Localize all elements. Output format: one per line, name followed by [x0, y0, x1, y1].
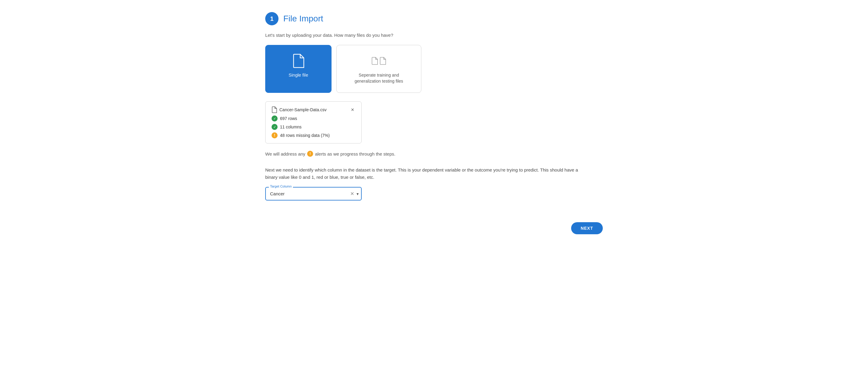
- separate-files-option[interactable]: Seperate training and generalization tes…: [336, 45, 421, 93]
- close-file-button[interactable]: ×: [350, 106, 355, 113]
- description-text: Next we need to identify which column in…: [265, 166, 579, 181]
- rows-check-icon: ✓: [272, 116, 278, 122]
- alert-text-before: We will address any: [265, 151, 305, 156]
- columns-check-icon: ✓: [272, 124, 278, 130]
- columns-label: 11 columns: [280, 124, 302, 129]
- single-file-option[interactable]: Single file: [265, 45, 332, 93]
- missing-label: 48 rows missing data (7%): [280, 133, 330, 138]
- rows-label: 697 rows: [280, 116, 297, 121]
- subtitle: Let's start by uploading your data. How …: [265, 33, 603, 38]
- chevron-down-icon[interactable]: ▾: [356, 191, 359, 196]
- separate-files-label: Seperate training and generalization tes…: [349, 72, 409, 84]
- missing-stat: ! 48 rows missing data (7%): [272, 132, 355, 139]
- target-column-label: Target Column: [269, 184, 293, 188]
- inline-warning-icon: !: [307, 151, 313, 157]
- page-title: File Import: [283, 14, 323, 24]
- clear-select-icon[interactable]: ✕: [350, 191, 354, 196]
- columns-stat: ✓ 11 columns: [272, 124, 355, 130]
- target-column-wrapper: Target Column Cancer ✕ ▾: [265, 187, 362, 201]
- file-info-header: Cancer-Sample-Data.csv ×: [272, 106, 355, 113]
- separate-files-icon: [372, 54, 386, 68]
- missing-warning-icon: !: [272, 132, 278, 139]
- page-container: 1 File Import Let's start by uploading y…: [217, 0, 651, 246]
- rows-stat: ✓ 697 rows: [272, 116, 355, 122]
- file-name: Cancer-Sample-Data.csv: [279, 107, 327, 112]
- next-button-row: NEXT: [265, 222, 603, 234]
- file-name-row: Cancer-Sample-Data.csv: [272, 106, 327, 113]
- step-badge: 1: [265, 12, 278, 25]
- single-file-label: Single file: [288, 72, 308, 78]
- select-icons: ✕ ▾: [350, 191, 359, 196]
- header-row: 1 File Import: [265, 12, 603, 25]
- alert-text-after: alerts as we progress through the steps.: [315, 151, 396, 156]
- next-button[interactable]: NEXT: [571, 222, 603, 234]
- alert-message: We will address any ! alerts as we progr…: [265, 151, 603, 157]
- file-doc-icon: [272, 106, 277, 113]
- step-number: 1: [270, 16, 273, 22]
- single-file-icon: [291, 54, 306, 68]
- target-column-select[interactable]: Cancer: [265, 187, 362, 201]
- file-options: Single file Seperate training and genera…: [265, 45, 603, 93]
- file-info-box: Cancer-Sample-Data.csv × ✓ 697 rows ✓ 11…: [265, 101, 362, 144]
